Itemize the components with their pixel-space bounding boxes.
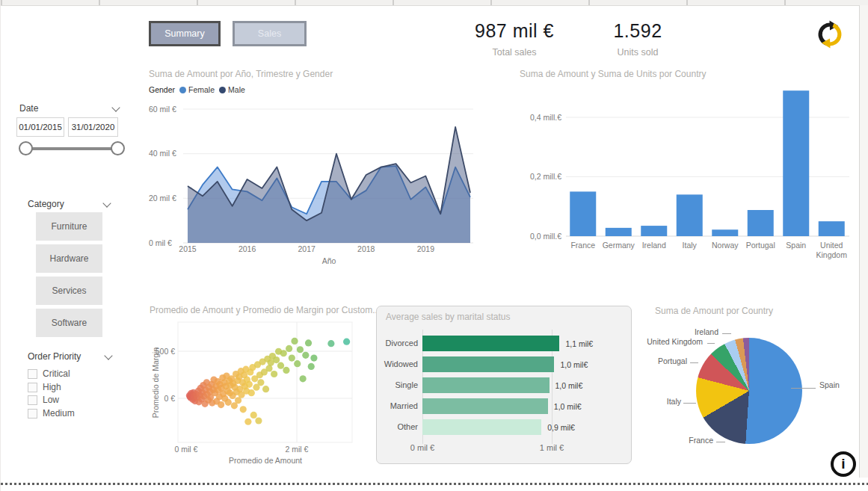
- checkbox-label: Medium: [43, 408, 75, 419]
- category-label: Widowed: [377, 359, 418, 368]
- svg-text:2017: 2017: [298, 244, 316, 253]
- date-slider-handle-end[interactable]: [111, 141, 125, 155]
- bar-France[interactable]: [570, 191, 596, 236]
- svg-text:0,4 mill.€: 0,4 mill.€: [530, 113, 561, 122]
- category-label: Single: [377, 380, 418, 389]
- date-slider-track[interactable]: [25, 147, 118, 150]
- svg-text:2019: 2019: [417, 244, 435, 253]
- checkbox-icon[interactable]: [28, 409, 37, 419]
- svg-text:2 mil €: 2 mil €: [286, 445, 309, 454]
- pie-label-united-kingdom: United Kingdom: [645, 337, 703, 346]
- svg-text:0 €: 0 €: [164, 394, 175, 403]
- checkbox-icon[interactable]: [28, 369, 37, 379]
- kpi-units-sold: 1.592 Units sold: [585, 20, 690, 58]
- report-canvas: Summary Sales 987 mil € Total sales 1.59…: [0, 0, 868, 491]
- bar-Ireland[interactable]: [641, 226, 667, 236]
- pie-leader-line: [683, 403, 696, 404]
- pie-chart[interactable]: [696, 338, 802, 444]
- pie-label-spain: Spain: [819, 380, 840, 389]
- x-tick-label: 1 mil €: [529, 443, 574, 452]
- area-chart-canvas[interactable]: 0 mil €20 mil €40 mil €60 mil €201520162…: [149, 105, 478, 277]
- checkbox-icon[interactable]: [28, 383, 37, 392]
- bar-Germany[interactable]: [606, 228, 632, 236]
- value-label: 1,0 mil€: [555, 381, 583, 390]
- bar-divorced[interactable]: [422, 336, 559, 351]
- bar-married[interactable]: [422, 398, 548, 414]
- category-filter-chevron-down-icon[interactable]: [102, 199, 111, 207]
- sales-tab-button[interactable]: Sales: [233, 21, 307, 46]
- pie-leader-line: [707, 343, 715, 344]
- marital-bars-container: 0 mil €1 mil €Divorced1,1 mil€Widowed1,0…: [377, 306, 631, 463]
- checkbox-icon[interactable]: [28, 395, 37, 405]
- bar-single[interactable]: [422, 377, 550, 393]
- svg-text:Spain: Spain: [786, 241, 806, 250]
- date-slider-handle-start[interactable]: [19, 141, 33, 155]
- category-label: Divorced: [377, 339, 418, 348]
- value-label: 1,0 mil€: [560, 360, 588, 369]
- bar-chart-canvas[interactable]: 0,0 mill.€0,2 mill.€0,4 mill.€FranceGerm…: [509, 82, 861, 269]
- pie-leader-line: [690, 362, 698, 363]
- svg-text:0,0 mill.€: 0,0 mill.€: [530, 232, 561, 241]
- scatter-chart-canvas[interactable]: 0 €500 €0 mil €2 mil €Promedio de Margin…: [149, 320, 362, 473]
- summary-tab-button[interactable]: Summary: [149, 21, 221, 46]
- legend-item-female[interactable]: Female: [179, 85, 215, 94]
- pie-leader-line: [791, 388, 816, 389]
- kpi-units-sold-label: Units sold: [585, 47, 690, 58]
- top-edge-strip: [1, 0, 868, 6]
- value-label: 1,0 mil€: [554, 402, 582, 411]
- pie-chart-title: Suma de Amount por Country: [655, 306, 773, 316]
- date-end-input[interactable]: [68, 117, 118, 137]
- svg-text:2016: 2016: [238, 244, 256, 253]
- refresh-icon[interactable]: [815, 19, 845, 49]
- category-button-furniture[interactable]: Furniture: [36, 212, 102, 241]
- legend-item-label: Male: [228, 85, 245, 94]
- svg-text:0 mil €: 0 mil €: [149, 238, 172, 247]
- svg-text:Promedio de Amount: Promedio de Amount: [229, 456, 302, 465]
- checkbox-low[interactable]: Low: [28, 395, 59, 405]
- bar-chart-title: Suma de Amount y Suma de Units por Count…: [520, 69, 706, 79]
- bar-Norway[interactable]: [712, 229, 738, 236]
- date-start-input[interactable]: [16, 117, 64, 137]
- svg-text:0,2 mill.€: 0,2 mill.€: [530, 172, 561, 181]
- pie-leader-line: [716, 442, 725, 442]
- bar-Portugal[interactable]: [748, 210, 774, 236]
- category-button-software[interactable]: Software: [36, 309, 102, 337]
- area-chart-title: Suma de Amount por Año, Trimestre y Gend…: [149, 69, 333, 79]
- pie-label-portugal: Portugal: [645, 356, 687, 365]
- bar-other[interactable]: [422, 419, 541, 435]
- bar-United Kingdom[interactable]: [819, 221, 845, 236]
- vertical-scrollbar[interactable]: [859, 5, 868, 478]
- order-priority-chevron-down-icon[interactable]: [104, 351, 112, 359]
- checkbox-critical[interactable]: Critical: [28, 368, 70, 379]
- legend-item-male[interactable]: Male: [219, 85, 245, 94]
- category-label: Married: [377, 401, 418, 410]
- svg-text:2018: 2018: [357, 244, 375, 253]
- bar-Italy[interactable]: [677, 194, 703, 236]
- date-filter-label: Date: [19, 103, 38, 114]
- male-legend-dot-icon: [219, 87, 226, 93]
- info-icon[interactable]: i: [831, 451, 856, 477]
- category-button-hardware[interactable]: Hardware: [36, 244, 102, 273]
- checkbox-medium[interactable]: Medium: [28, 408, 75, 419]
- scatter-chart-title: Promedio de Amount y Promedio de Margin …: [150, 305, 380, 315]
- checkbox-label: Critical: [43, 368, 70, 379]
- bar-Spain[interactable]: [783, 90, 809, 236]
- legend-item-label: Female: [188, 85, 215, 94]
- kpi-total-sales-label: Total sales: [462, 47, 567, 58]
- pie-leader-line: [722, 333, 731, 334]
- date-filter-chevron-down-icon[interactable]: [111, 103, 120, 111]
- svg-text:France: France: [570, 241, 595, 250]
- value-label: 0,9 mil€: [547, 423, 575, 432]
- bar-widowed[interactable]: [422, 356, 554, 372]
- svg-text:2015: 2015: [179, 244, 197, 253]
- pie-label-italy: Italy: [645, 397, 681, 406]
- kpi-units-sold-value: 1.592: [585, 20, 690, 42]
- svg-text:Norway: Norway: [712, 241, 739, 250]
- svg-text:60 mil €: 60 mil €: [149, 105, 176, 114]
- checkbox-label: High: [43, 382, 61, 392]
- checkbox-high[interactable]: High: [28, 382, 61, 392]
- legend-title: Gender: [149, 85, 175, 94]
- pie-chart-panel: Suma de Amount por Country SpainFranceIt…: [645, 303, 866, 464]
- category-button-services[interactable]: Services: [36, 277, 102, 305]
- selection-dashed-border: [1, 483, 868, 485]
